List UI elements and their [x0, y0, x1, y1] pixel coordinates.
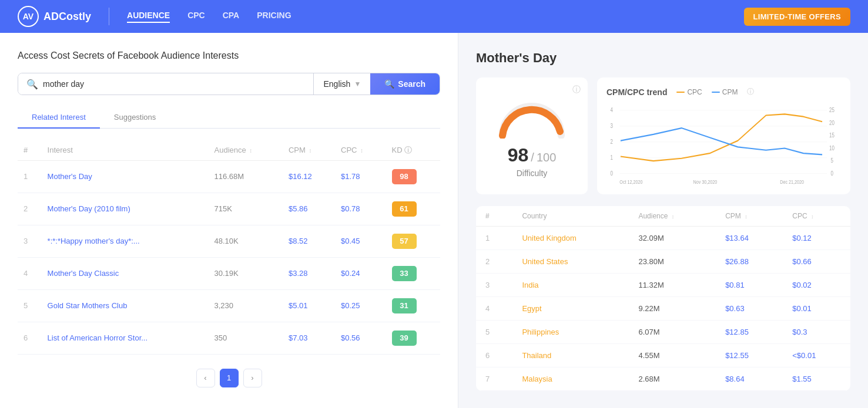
col-cpm[interactable]: CPM ↕ [283, 140, 335, 161]
difficulty-max: 100 [537, 151, 556, 164]
table-row: 3 *:*:*Happy mother's day*:... 48.10K $8… [18, 225, 440, 257]
row-cpc: $0.45 [335, 225, 386, 257]
col-audience[interactable]: Audience ↕ [209, 140, 283, 161]
nav-cpa[interactable]: CPA [223, 11, 240, 23]
search-bar: 🔍 English ▼ 🔍 Search [18, 73, 440, 95]
trend-info-icon[interactable]: ⓘ [747, 87, 754, 97]
col-cpc[interactable]: CPC ↕ [335, 140, 386, 161]
row-kd: 39 [386, 322, 440, 354]
nav-pricing[interactable]: PRICING [257, 11, 291, 23]
pagination: ‹ 1 › [18, 369, 440, 387]
page-1-button[interactable]: 1 [220, 369, 239, 387]
row-interest[interactable]: List of American Horror Stor... [42, 322, 209, 354]
svg-text:0: 0 [830, 170, 833, 177]
row-num: 6 [18, 322, 42, 354]
row-interest[interactable]: Gold Star Mothers Club [42, 289, 209, 322]
country-row-cpm: $26.88 [716, 250, 783, 274]
country-row-name[interactable]: Malaysia [512, 367, 629, 391]
next-page-button[interactable]: › [243, 369, 262, 387]
row-interest[interactable]: *:*:*Happy mother's day*:... [42, 225, 209, 257]
row-num: 1 [18, 160, 42, 193]
country-row-name[interactable]: United States [512, 250, 629, 274]
svg-text:2: 2 [610, 138, 612, 145]
search-button[interactable]: 🔍 Search [370, 73, 440, 95]
row-interest[interactable]: Mother's Day [42, 160, 209, 193]
lang-label: English [323, 79, 350, 89]
row-kd: 98 [386, 160, 440, 193]
country-table-row: 2 United States 23.80M $26.88 $0.66 [476, 250, 850, 274]
country-row-cpc: $0.3 [783, 321, 850, 344]
country-col-cpm[interactable]: CPM ↕ [716, 206, 783, 227]
country-table-row: 4 Egypt 9.22M $0.63 $0.01 [476, 297, 850, 321]
country-row-audience: 6.07M [629, 321, 716, 344]
row-cpc: $0.78 [335, 193, 386, 225]
row-kd: 57 [386, 225, 440, 257]
country-row-audience: 4.55M [629, 344, 716, 367]
country-row-cpc: $0.66 [783, 250, 850, 274]
country-row-cpc: $0.02 [783, 274, 850, 297]
country-row-name[interactable]: Thailand [512, 344, 629, 367]
language-selector[interactable]: English ▼ [313, 73, 370, 95]
country-row-audience: 2.68M [629, 367, 716, 391]
country-table-row: 6 Thailand 4.55M $12.55 <$0.01 [476, 344, 850, 367]
country-row-audience: 32.09M [629, 227, 716, 250]
country-table-row: 3 India 11.32M $0.81 $0.02 [476, 274, 850, 297]
row-audience: 3,230 [209, 289, 283, 322]
table-row: 4 Mother's Day Classic 30.19K $3.28 $0.2… [18, 257, 440, 289]
country-col-country: Country [512, 206, 629, 227]
difficulty-score-row: 98 / 100 [508, 144, 557, 166]
svg-text:25: 25 [829, 106, 835, 113]
country-row-name[interactable]: India [512, 274, 629, 297]
col-interest: Interest [42, 140, 209, 161]
search-icon: 🔍 [26, 79, 38, 90]
country-row-cpc: $1.55 [783, 367, 850, 391]
row-interest[interactable]: Mother's Day Classic [42, 257, 209, 289]
country-row-name[interactable]: Philippines [512, 321, 629, 344]
logo: AV ADCostly [18, 6, 91, 27]
country-col-cpc[interactable]: CPC ↕ [783, 206, 850, 227]
country-col-audience[interactable]: Audience ↕ [629, 206, 716, 227]
row-audience: 30.19K [209, 257, 283, 289]
prev-page-button[interactable]: ‹ [196, 369, 215, 387]
country-row-name[interactable]: United Kingdom [512, 227, 629, 250]
search-btn-label: Search [398, 79, 425, 89]
tab-suggestions[interactable]: Suggestions [100, 107, 170, 129]
row-interest[interactable]: Mother's Day (2010 film) [42, 193, 209, 225]
svg-text:15: 15 [829, 131, 835, 139]
difficulty-label: Difficulty [517, 168, 548, 178]
nav-cpc[interactable]: CPC [187, 11, 205, 23]
row-cpm: $5.01 [283, 289, 335, 322]
chart-area: 4 3 2 1 0 25 20 15 10 5 0 [606, 103, 841, 185]
nav-audience[interactable]: AUDIENCE [127, 11, 170, 23]
country-row-name[interactable]: Egypt [512, 297, 629, 321]
country-row-cpm: $8.64 [716, 367, 783, 391]
tab-related-interest[interactable]: Related Interest [18, 107, 100, 129]
search-input[interactable] [43, 79, 305, 89]
svg-text:Nov 30,2020: Nov 30,2020 [693, 178, 718, 185]
country-table-row: 5 Philippines 6.07M $12.85 $0.3 [476, 321, 850, 344]
trend-card: CPM/CPC trend CPC CPM ⓘ 4 3 [597, 77, 850, 194]
cpm-legend-label: CPM [722, 88, 738, 96]
country-row-cpc: $0.12 [783, 227, 850, 250]
difficulty-info-icon[interactable]: ⓘ [572, 85, 581, 95]
country-row-num: 4 [476, 297, 512, 321]
logo-text: ADCostly [43, 11, 91, 23]
row-audience: 116.68M [209, 160, 283, 193]
country-row-num: 1 [476, 227, 512, 250]
difficulty-value: 98 [508, 144, 529, 166]
country-row-cpm: $0.63 [716, 297, 783, 321]
main-nav: AUDIENCE CPC CPA PRICING [127, 11, 291, 23]
limited-offers-button[interactable]: LIMITED-TIME OFFERS [744, 8, 850, 26]
country-row-cpm: $0.81 [716, 274, 783, 297]
country-row-num: 2 [476, 250, 512, 274]
country-col-num: # [476, 206, 512, 227]
svg-text:Dec 21,2020: Dec 21,2020 [780, 178, 804, 185]
row-kd: 31 [386, 289, 440, 322]
row-cpc: $1.78 [335, 160, 386, 193]
country-row-num: 6 [476, 344, 512, 367]
svg-text:Oct 12,2020: Oct 12,2020 [619, 178, 642, 185]
country-row-cpc: $0.01 [783, 297, 850, 321]
country-row-num: 5 [476, 321, 512, 344]
header: AV ADCostly AUDIENCE CPC CPA PRICING LIM… [0, 0, 868, 33]
row-cpm: $7.03 [283, 322, 335, 354]
